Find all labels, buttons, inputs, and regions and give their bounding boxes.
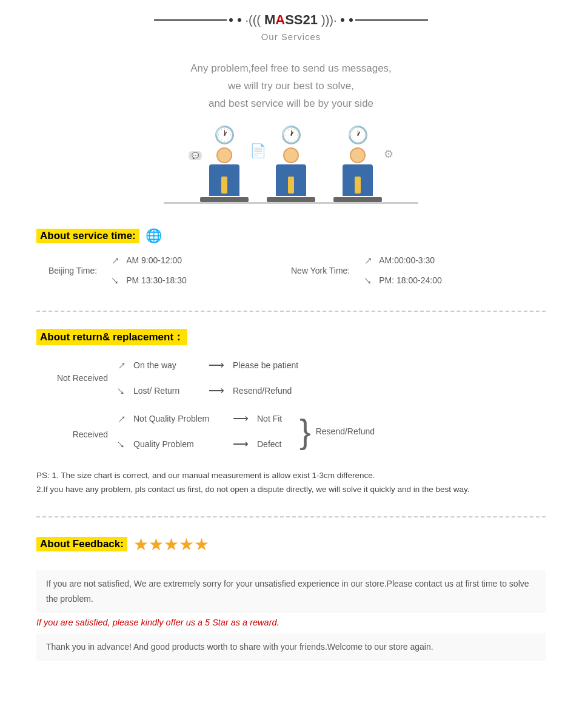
defect: Defect <box>257 439 293 449</box>
service-time-label: About service time: <box>36 229 139 243</box>
cs-illustration: 🕐 💬 🕐 📄 <box>0 119 582 222</box>
beijing-arrows: → AM 9:00-12:00 → PM 13:30-18:30 <box>109 254 187 288</box>
left-line <box>154 19 227 21</box>
return-label: About return& replacement： <box>36 329 187 345</box>
stars-display: ★★★★★ <box>133 534 209 554</box>
return-flow: Not Received → On the way ⟶ Please be pa… <box>0 349 582 463</box>
globe-icon: 🌐 <box>146 228 162 244</box>
clock-icon-1: 🕐 <box>214 125 235 145</box>
agent-body-1 <box>209 164 239 196</box>
not-received-label: Not Received <box>48 373 115 383</box>
right-dot-2 <box>349 18 353 22</box>
satisfied-text: If you are satisfied, please kindly offe… <box>36 613 546 630</box>
diag-down-arrow-2: → <box>113 436 130 453</box>
newyork-pm-row: → PM: 18:00-24:00 <box>362 274 442 288</box>
agent-figure-1: 💬 <box>203 147 246 196</box>
arrow-down-icon-1: → <box>106 271 124 289</box>
newyork-label: New York Time: <box>291 266 350 275</box>
paper-icon: 📄 <box>250 143 266 159</box>
cs-agent-3: 🕐 ⚙ <box>333 125 382 202</box>
received-paths: → Not Quality Problem ⟶ Not Fit → Qualit… <box>115 412 293 451</box>
lost-return: Lost/ Return <box>133 386 200 396</box>
beijing-pm: PM 13:30-18:30 <box>126 275 187 285</box>
agent-tie-1 <box>221 177 227 194</box>
beijing-label: Beijing Time: <box>48 266 97 275</box>
left-wave: ·((( <box>245 13 261 27</box>
quality-row: → Quality Problem ⟶ Defect <box>115 437 293 451</box>
ps-notes: PS: 1. The size chart is correct, and ou… <box>0 463 582 505</box>
feedback-label: About Feedback: <box>36 537 127 551</box>
resend-refund-2: Resend/Refund <box>316 426 375 436</box>
cs-agent-2: 🕐 📄 <box>267 125 315 202</box>
logo: MASS21 <box>264 12 318 28</box>
agent-figure-2 <box>270 147 312 196</box>
newyork-time: New York Time: → AM:00:00-3:30 → PM: 18:… <box>291 254 534 288</box>
laptop-3 <box>333 197 382 202</box>
agent-tie-2 <box>288 177 294 194</box>
received-label: Received <box>48 430 115 439</box>
tagline: Any problem,feel free to send us message… <box>0 48 582 119</box>
arrow-up-icon-2: → <box>359 251 377 269</box>
right-wave: )))· <box>321 13 337 27</box>
right-arrow-2: ⟶ <box>209 384 224 397</box>
right-dot-1 <box>341 18 344 22</box>
divider-2 <box>36 516 546 517</box>
not-received-paths: → On the way ⟶ Please be patient → Lost/… <box>115 359 298 397</box>
right-line <box>355 19 428 21</box>
tagline-line3: and best service will be by your side <box>36 95 546 113</box>
agent-head-1 <box>216 147 232 163</box>
service-time-content: Beijing Time: → AM 9:00-12:00 → PM 13:30… <box>0 248 582 300</box>
arrow-up-icon-1: → <box>106 251 124 269</box>
beijing-time: Beijing Time: → AM 9:00-12:00 → PM 13:30… <box>48 254 291 288</box>
diag-up-arrow-2: → <box>113 410 130 427</box>
newyork-am-row: → AM:00:00-3:30 <box>362 254 442 268</box>
newyork-pm: PM: 18:00-24:00 <box>379 275 442 285</box>
brace-group: } Resend/Refund <box>299 414 375 448</box>
chat-bubble: 💬 <box>189 151 202 160</box>
header-subtitle: Our Services <box>0 32 582 42</box>
newyork-am: AM:00:00-3:30 <box>379 255 435 265</box>
agent-body-3 <box>343 164 373 196</box>
brace-icon: } <box>299 414 311 448</box>
agent-tie-3 <box>355 177 361 194</box>
diag-down-arrow-1: → <box>113 382 130 399</box>
ps-note1: PS: 1. The size chart is correct, and ou… <box>36 469 546 483</box>
on-the-way: On the way <box>133 360 200 370</box>
unsatisfied-text: If you are not satisfied, We are extreme… <box>36 570 546 613</box>
beijing-am-row: → AM 9:00-12:00 <box>109 254 187 268</box>
page-header: ·((( MASS21 )))· Our Services <box>0 0 582 48</box>
lost-return-row: → Lost/ Return ⟶ Resend/Refund <box>115 384 298 397</box>
arrow-down-icon-2: → <box>359 271 377 289</box>
resend-refund-1: Resend/Refund <box>233 386 292 396</box>
left-dot-2 <box>238 18 241 22</box>
not-fit: Not Fit <box>257 414 293 423</box>
beijing-am: AM 9:00-12:00 <box>126 255 182 265</box>
newyork-arrows: → AM:00:00-3:30 → PM: 18:00-24:00 <box>362 254 442 288</box>
laptop-1 <box>200 197 249 202</box>
please-be-patient: Please be patient <box>233 360 298 370</box>
agent-body-2 <box>276 164 306 196</box>
agent-head-3 <box>350 147 366 163</box>
ps-note2: 2.If you have any problem, pls contact u… <box>36 483 546 497</box>
agent-figure-3: ⚙ <box>336 147 379 196</box>
laptop-2 <box>267 197 315 202</box>
agent-head-2 <box>283 147 299 163</box>
clock-icon-2: 🕐 <box>281 125 302 145</box>
right-arrow-1: ⟶ <box>209 359 224 372</box>
header-decoration: ·((( MASS21 )))· <box>0 12 582 28</box>
clock-icon-3: 🕐 <box>347 125 369 145</box>
feedback-heading: About Feedback: ★★★★★ <box>0 528 582 558</box>
received-group: Received → Not Quality Problem ⟶ Not Fit… <box>48 412 534 451</box>
divider-1 <box>36 311 546 312</box>
tagline-line2: we will try our best to solve, <box>36 78 546 95</box>
on-the-way-row: → On the way ⟶ Please be patient <box>115 359 298 372</box>
not-quality-row: → Not Quality Problem ⟶ Not Fit <box>115 412 293 425</box>
right-arrow-4: ⟶ <box>233 437 249 451</box>
diag-up-arrow-1: → <box>113 357 130 374</box>
tagline-line1: Any problem,feel free to send us message… <box>36 60 546 78</box>
left-dot-1 <box>229 18 233 22</box>
thanks-text: Thank you in advance! And good products … <box>36 633 546 661</box>
right-arrow-3: ⟶ <box>233 412 249 425</box>
beijing-pm-row: → PM 13:30-18:30 <box>109 274 187 288</box>
not-quality-problem: Not Quality Problem <box>133 414 224 423</box>
